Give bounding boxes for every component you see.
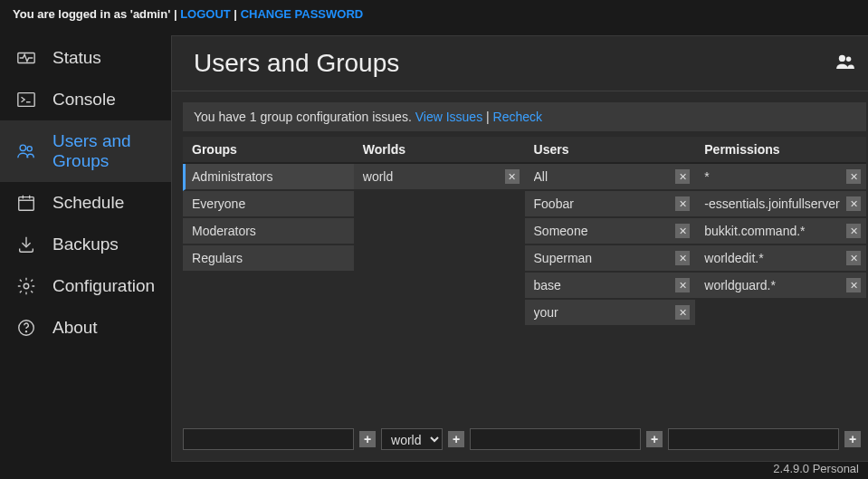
remove-button[interactable]: ✕ <box>846 278 861 292</box>
groups-row[interactable]: Everyone <box>183 191 354 218</box>
permissions-list: *✕-essentials.joinfullserver✕bukkit.comm… <box>695 164 866 421</box>
heartbeat-icon <box>16 48 36 68</box>
groups-list: AdministratorsEveryoneModeratorsRegulars <box>183 164 354 421</box>
notice-sep: | <box>482 110 492 124</box>
users-row[interactable]: base✕ <box>525 273 696 300</box>
footer-inputs: + world + + + <box>183 421 866 450</box>
login-text-suffix: ' | <box>167 7 180 21</box>
sidebar-item-label: Configuration <box>52 276 155 296</box>
groups-row[interactable]: Regulars <box>183 245 354 273</box>
view-issues-link[interactable]: View Issues <box>415 110 482 124</box>
svg-rect-1 <box>18 93 34 107</box>
sidebar-item-console[interactable]: Console <box>0 79 171 120</box>
notice-bar: You have 1 group configuration issues. V… <box>183 102 866 131</box>
users-row[interactable]: All✕ <box>525 164 696 191</box>
groups-row[interactable]: Administrators <box>183 164 354 191</box>
sidebar-item-users-and-groups[interactable]: Users and Groups <box>0 120 171 182</box>
worlds-row-label: world <box>363 169 393 184</box>
groups-add-button[interactable]: + <box>359 431 376 447</box>
question-icon <box>16 318 36 338</box>
users-header: Users <box>525 137 696 164</box>
users-row[interactable]: Someone✕ <box>525 218 696 245</box>
remove-button[interactable]: ✕ <box>846 196 861 211</box>
change-password-link[interactable]: CHANGE PASSWORD <box>241 7 364 21</box>
terminal-icon <box>16 90 36 110</box>
users-icon <box>835 53 855 73</box>
worlds-list: world✕ <box>354 164 525 421</box>
permissions-add-input[interactable] <box>668 428 839 450</box>
sidebar-item-label: Users and Groups <box>52 131 155 171</box>
permissions-column: Permissions*✕-essentials.joinfullserver✕… <box>695 137 866 421</box>
permissions-header: Permissions <box>695 137 866 164</box>
columns: GroupsAdministratorsEveryoneModeratorsRe… <box>183 137 866 421</box>
sidebar-item-about[interactable]: About <box>0 307 171 349</box>
svg-point-15 <box>839 55 845 62</box>
permissions-row[interactable]: *✕ <box>695 164 866 191</box>
main-panel: Users and Groups You have 1 group config… <box>171 35 868 462</box>
remove-button[interactable]: ✕ <box>675 196 690 211</box>
permissions-row[interactable]: -essentials.joinfullserver✕ <box>695 191 866 218</box>
users-row-label: All <box>534 169 548 184</box>
permissions-row-label: worldedit.* <box>704 251 763 265</box>
users-row[interactable]: Foobar✕ <box>525 191 696 218</box>
users-row-label: Foobar <box>534 196 574 211</box>
sidebar-item-label: About <box>52 318 98 338</box>
users-add-input[interactable] <box>470 428 641 450</box>
remove-button[interactable]: ✕ <box>675 278 690 292</box>
sidebar-item-label: Console <box>52 90 116 110</box>
permissions-row-label: -essentials.joinfullserver <box>704 196 839 211</box>
notice-text: You have 1 group configuration issues. <box>194 110 415 124</box>
download-icon <box>16 235 36 254</box>
recheck-link[interactable]: Recheck <box>493 110 542 124</box>
remove-button[interactable]: ✕ <box>846 251 861 265</box>
svg-point-3 <box>20 145 25 150</box>
remove-button[interactable]: ✕ <box>846 169 861 184</box>
remove-button[interactable]: ✕ <box>846 224 861 238</box>
sidebar: StatusConsoleUsers and GroupsScheduleBac… <box>0 28 171 462</box>
sidebar-item-backups[interactable]: Backups <box>0 224 171 265</box>
worlds-column: Worldsworld✕ <box>354 137 525 421</box>
sidebar-item-schedule[interactable]: Schedule <box>0 182 171 224</box>
users-row[interactable]: your✕ <box>525 300 696 327</box>
permissions-row-label: * <box>704 169 709 184</box>
page-title: Users and Groups <box>194 49 399 78</box>
permissions-row[interactable]: worldguard.*✕ <box>695 273 866 300</box>
logout-link[interactable]: LOGOUT <box>180 7 231 21</box>
svg-point-4 <box>27 147 32 151</box>
users-row-label: base <box>534 278 561 292</box>
users-column: UsersAll✕Foobar✕Someone✕Superman✕base✕yo… <box>525 137 696 421</box>
users-add-button[interactable]: + <box>646 431 663 447</box>
groups-row[interactable]: Moderators <box>183 218 354 245</box>
worlds-row[interactable]: world✕ <box>354 164 525 191</box>
groups-row-label: Everyone <box>192 196 245 211</box>
sidebar-item-label: Backups <box>52 235 119 254</box>
sidebar-item-label: Status <box>52 48 101 68</box>
worlds-header: Worlds <box>354 137 525 164</box>
svg-point-14 <box>25 331 26 332</box>
groups-row-label: Administrators <box>192 169 272 184</box>
worlds-add-select[interactable]: world <box>381 428 443 450</box>
login-username: admin <box>133 7 167 21</box>
permissions-row-label: bukkit.command.* <box>704 224 805 238</box>
remove-button[interactable]: ✕ <box>675 169 690 184</box>
remove-button[interactable]: ✕ <box>675 251 690 265</box>
worlds-add-button[interactable]: + <box>448 431 464 447</box>
groups-add-input[interactable] <box>183 428 354 450</box>
users-row-label: Superman <box>534 251 593 265</box>
remove-button[interactable]: ✕ <box>675 305 690 320</box>
sidebar-item-configuration[interactable]: Configuration <box>0 265 171 307</box>
remove-button[interactable]: ✕ <box>505 169 520 184</box>
groups-row-label: Regulars <box>192 251 243 265</box>
permissions-row[interactable]: bukkit.command.*✕ <box>695 218 866 245</box>
permissions-add-button[interactable]: + <box>844 431 861 447</box>
login-text-prefix: You are logged in as ' <box>13 7 133 21</box>
remove-button[interactable]: ✕ <box>675 224 690 238</box>
topbar: You are logged in as 'admin' | LOGOUT | … <box>0 0 868 28</box>
gear-icon <box>16 276 36 296</box>
svg-point-16 <box>846 57 851 62</box>
groups-header: Groups <box>183 137 354 164</box>
permissions-row[interactable]: worldedit.*✕ <box>695 245 866 273</box>
sidebar-item-status[interactable]: Status <box>0 37 171 79</box>
users-row[interactable]: Superman✕ <box>525 245 696 273</box>
users-icon <box>16 141 36 161</box>
